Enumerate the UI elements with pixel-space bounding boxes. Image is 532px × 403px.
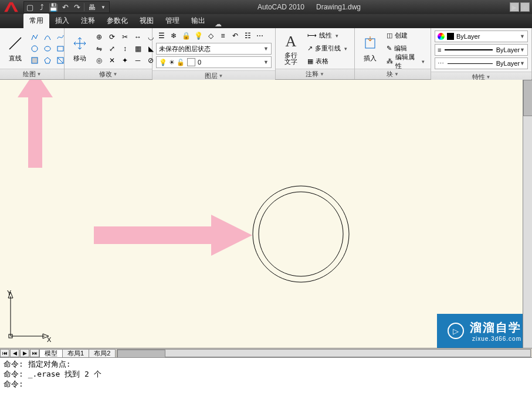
qat-dropdown-icon[interactable]: ▼ [97, 2, 109, 12]
layer-manager-icon[interactable]: ☰ [156, 31, 167, 41]
tab-annotate[interactable]: 注释 [75, 13, 101, 28]
ellipse-icon[interactable] [42, 43, 53, 54]
ribbon: 直线 绘图▼ 移动 ⊕ ⟳ [0, 28, 532, 80]
layout-last-icon[interactable]: ⏭ [30, 349, 39, 357]
speech-icon[interactable]: ☁ [215, 20, 222, 28]
tab-manage[interactable]: 管理 [160, 13, 185, 28]
quick-access-toolbar: ▢ ⤴ 💾 ↶ ↷ 🖶 ▼ [23, 1, 110, 13]
table-button[interactable]: ▦表格 [305, 56, 350, 67]
cmd-prompt: 命令: [4, 379, 528, 389]
panel-properties: ByLayer▼ ≡ ByLayer▼ ⋯ ByLayer▼ 特性▼ [431, 28, 532, 79]
qat-new-icon[interactable]: ▢ [24, 2, 36, 12]
copy-icon[interactable]: ⊕ [94, 32, 104, 42]
linetype-dropdown[interactable]: ⋯ ByLayer▼ [435, 57, 528, 69]
panel-modify: 移动 ⊕ ⟳ ✂ ↔ ◡ ⇋ ⤢ ↕ ▦ ◣ ◎ ✕ ✦ ─ ⊘ 修改▼ [65, 28, 153, 79]
svg-line-0 [9, 38, 21, 49]
tab-view[interactable]: 视图 [134, 13, 160, 28]
ucs-icon: Y X [5, 289, 52, 342]
drawing-canvas[interactable]: Y X ▷ 溜溜自学 zixue.3d66.com [0, 80, 532, 348]
svg-rect-3 [32, 57, 38, 63]
horizontal-scrollbar[interactable] [117, 349, 531, 357]
svg-rect-2 [57, 46, 63, 51]
layer-state-dropdown[interactable]: 未保存的图层状态▼ [156, 43, 272, 55]
qat-print-icon[interactable]: 🖶 [86, 2, 97, 12]
layer-color-swatch [187, 58, 195, 66]
mtext-button[interactable]: A 多行 文字 [279, 31, 303, 66]
color-dropdown[interactable]: ByLayer▼ [435, 31, 528, 42]
stretch-icon[interactable]: ↕ [120, 43, 130, 54]
erase-icon[interactable]: ✕ [107, 55, 117, 66]
cmd-line: 命令: _.erase 找到 2 个 [4, 369, 528, 379]
array-icon[interactable]: ▦ [133, 43, 143, 54]
app-name: AutoCAD 2010 [257, 3, 304, 11]
move-button[interactable]: 移动 [68, 33, 92, 64]
qat-save-icon[interactable]: 💾 [48, 2, 59, 12]
lineweight-dropdown[interactable]: ≡ ByLayer▼ [435, 44, 528, 56]
block-create-button[interactable]: ◫创建 [384, 30, 427, 42]
layer-current-dropdown[interactable]: 💡 ☀ 🔓 0 ▼ [156, 56, 272, 68]
layer-isolate-icon[interactable]: ◇ [205, 31, 216, 41]
panel-modify-title[interactable]: 修改▼ [65, 69, 152, 79]
extend-icon[interactable]: ↔ [133, 32, 143, 42]
panel-annotate-title[interactable]: 注释▼ [276, 69, 354, 79]
block-attredit-button[interactable]: ⁂编辑属性▾ [384, 56, 427, 67]
qat-open-icon[interactable]: ⤴ [36, 2, 48, 12]
join-icon[interactable]: ─ [133, 55, 143, 66]
layer-match-icon[interactable]: ≡ [218, 31, 228, 41]
panel-draw-title[interactable]: 绘图▼ [0, 69, 64, 79]
circle-icon[interactable] [29, 43, 40, 54]
lock-open-icon: 🔓 [177, 59, 185, 66]
lineweight-icon: ≡ [438, 46, 441, 53]
dim-linear-button[interactable]: ⟼线性▾ [305, 30, 350, 42]
mirror-icon[interactable]: ⇋ [94, 43, 104, 54]
layer-walk-icon[interactable]: ☷ [242, 31, 253, 41]
bulb-icon: 💡 [159, 59, 167, 66]
tab-output[interactable]: 输出 [185, 13, 211, 28]
panel-annotate: A 多行 文字 ⟼线性▾ ↗多重引线▾ ▦表格 注释▼ [276, 28, 355, 79]
line-button[interactable]: 直线 [4, 33, 27, 64]
layer-freeze-icon[interactable]: ❄ [168, 31, 179, 41]
tab-home[interactable]: 常用 [23, 13, 49, 28]
svg-marker-4 [45, 57, 50, 63]
arc-icon[interactable] [42, 32, 53, 42]
layer-prev-icon[interactable]: ↶ [230, 31, 240, 41]
layout-next-icon[interactable]: ▶ [20, 349, 29, 357]
polyline-icon[interactable] [29, 32, 40, 42]
hatch-icon[interactable] [29, 55, 40, 66]
play-icon: ▷ [448, 323, 464, 339]
scale-icon[interactable]: ⤢ [107, 43, 117, 54]
layer-off-icon[interactable]: 💡 [193, 31, 204, 41]
layer-more-icon[interactable]: ⋯ [255, 31, 265, 41]
tab-parametric[interactable]: 参数化 [101, 13, 134, 28]
polygon-icon[interactable] [42, 55, 53, 66]
table-icon: ▦ [307, 57, 313, 65]
vertical-scrollbar[interactable] [523, 80, 532, 348]
offset-icon[interactable]: ◎ [94, 55, 104, 66]
insert-button[interactable]: 插入 [358, 33, 382, 64]
layout-prev-icon[interactable]: ◀ [10, 349, 19, 357]
title-keyword-icon[interactable]: ⌕ [520, 2, 530, 12]
watermark: ▷ 溜溜自学 zixue.3d66.com [437, 314, 532, 348]
mleader-button[interactable]: ↗多重引线▾ [305, 43, 350, 55]
title-center: AutoCAD 2010 Drawing1.dwg [110, 3, 509, 11]
trim-icon[interactable]: ✂ [120, 32, 130, 42]
layout-first-icon[interactable]: ⏮ [0, 349, 9, 357]
svg-point-9 [259, 192, 343, 276]
app-logo[interactable] [0, 0, 22, 14]
cmd-line: 命令: 指定对角点: [4, 359, 528, 369]
title-next-icon[interactable]: ▶ [510, 2, 519, 12]
qat-redo-icon[interactable]: ↷ [71, 2, 83, 12]
explode-icon[interactable]: ✦ [120, 55, 130, 66]
layer-lock-icon[interactable]: 🔒 [181, 31, 191, 41]
command-window[interactable]: 命令: 指定对角点: 命令: _.erase 找到 2 个 命令: [0, 357, 532, 395]
panel-block-title[interactable]: 块▼ [355, 69, 431, 79]
tab-insert[interactable]: 插入 [49, 13, 75, 28]
attr-icon: ⁂ [387, 57, 393, 65]
qat-undo-icon[interactable]: ↶ [59, 2, 71, 12]
layout-tab-2[interactable]: 布局2 [89, 349, 116, 357]
layout-tab-model[interactable]: 模型 [39, 349, 63, 357]
dim-linear-icon: ⟼ [307, 32, 317, 39]
ribbon-tabs: 常用 插入 注释 参数化 视图 管理 输出 ☁ [0, 14, 532, 28]
layout-tab-1[interactable]: 布局1 [62, 349, 89, 357]
rotate-icon[interactable]: ⟳ [107, 32, 117, 42]
